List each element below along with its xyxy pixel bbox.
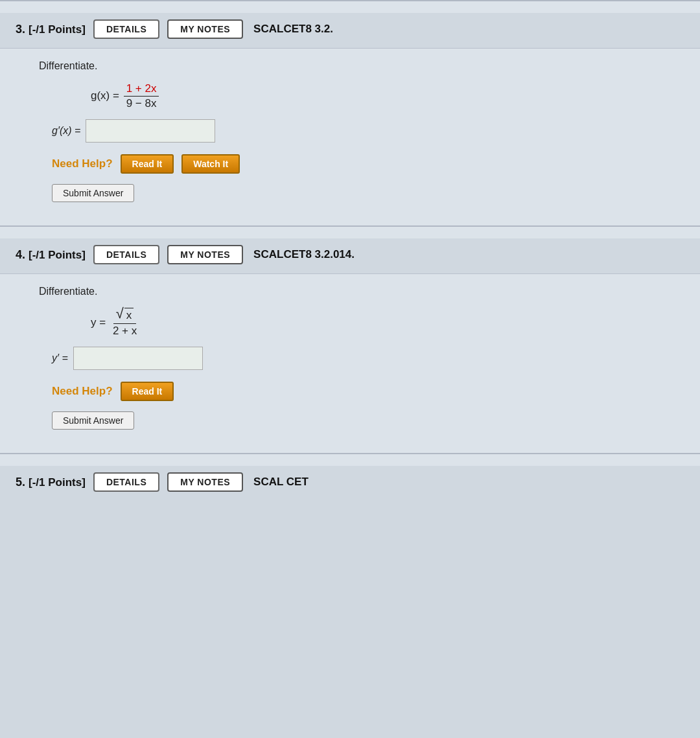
problem-4-instruction: Differentiate. [39, 286, 669, 297]
problem-3-notes-button[interactable]: MY NOTES [167, 19, 243, 39]
problem-3-function: g(x) = 1 + 2x 9 − 8x [91, 82, 669, 110]
problem-4-notes-button[interactable]: MY NOTES [167, 245, 243, 264]
problem-4-details-button[interactable]: DETAILS [93, 245, 159, 264]
problem-3-answer-input[interactable] [86, 119, 215, 143]
problem-5-notes-button[interactable]: MY NOTES [167, 472, 243, 492]
problem-3-scalcet: SCALCET8 3.2. [253, 23, 333, 36]
problem-3-answer-label: g′(x) = [52, 125, 80, 137]
problem-3-answer-row: g′(x) = [52, 119, 669, 143]
problem-3-need-help-label: Need Help? [52, 157, 113, 170]
problem-5-number: 5. [-/1 Points] [16, 476, 86, 489]
problem-5-header: 5. [-/1 Points] DETAILS MY NOTES SCAL CE… [0, 466, 700, 498]
problem-4-header: 4. [-/1 Points] DETAILS MY NOTES SCALCET… [0, 238, 700, 274]
problem-3-read-it-button[interactable]: Read It [121, 154, 174, 174]
problem-5: 5. [-/1 Points] DETAILS MY NOTES SCAL CE… [0, 453, 700, 498]
problem-4-answer-row: y′ = [52, 347, 669, 370]
problem-4-read-it-button[interactable]: Read It [121, 382, 174, 401]
problem-4-function: y = √x 2 + x [91, 308, 669, 338]
problem-4-answer-input[interactable] [73, 347, 203, 370]
problem-3-number: 3. [-/1 Points] [16, 23, 86, 36]
problem-3: 3. [-/1 Points] DETAILS MY NOTES SCALCET… [0, 0, 700, 225]
problem-4-scalcet: SCALCET8 3.2.014. [253, 248, 355, 261]
problem-3-body: Differentiate. g(x) = 1 + 2x 9 − 8x g′(x… [0, 49, 700, 214]
problem-3-watch-it-button[interactable]: Watch It [181, 154, 240, 174]
problem-4: 4. [-/1 Points] DETAILS MY NOTES SCALCET… [0, 225, 700, 453]
problem-3-details-button[interactable]: DETAILS [93, 19, 159, 39]
problem-4-need-help-label: Need Help? [52, 385, 113, 398]
problem-5-details-button[interactable]: DETAILS [93, 472, 159, 492]
problem-5-scalcet: SCAL CET [253, 476, 309, 489]
problem-4-help-row: Need Help? Read It [52, 382, 669, 401]
problem-3-submit-button[interactable]: Submit Answer [52, 184, 134, 202]
problem-4-body: Differentiate. y = √x 2 + x y′ = Need He… [0, 274, 700, 441]
problem-4-submit-row: Submit Answer [39, 411, 669, 430]
problem-3-header: 3. [-/1 Points] DETAILS MY NOTES SCALCET… [0, 13, 700, 49]
problem-4-answer-label: y′ = [52, 352, 68, 364]
problem-3-instruction: Differentiate. [39, 60, 669, 72]
problem-4-submit-button[interactable]: Submit Answer [52, 411, 134, 430]
problem-4-number: 4. [-/1 Points] [16, 248, 86, 262]
problem-3-help-row: Need Help? Read It Watch It [52, 154, 669, 174]
problem-3-submit-row: Submit Answer [39, 184, 669, 202]
